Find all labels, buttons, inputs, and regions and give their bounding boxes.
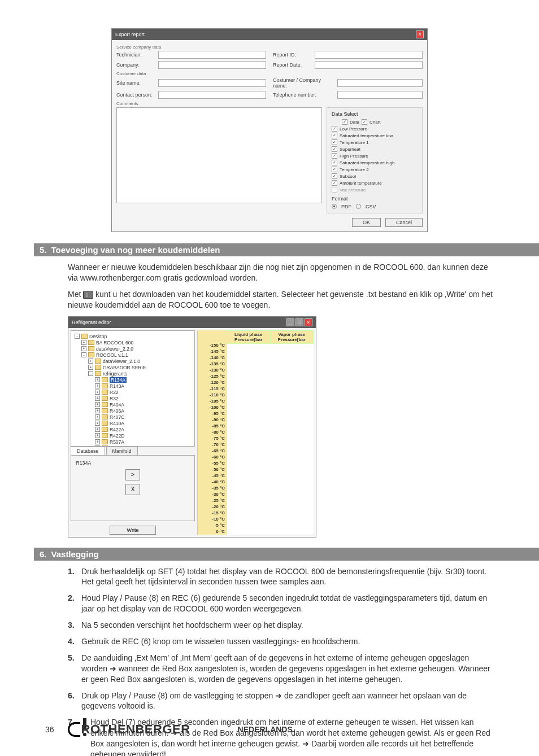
- folder-tree[interactable]: -Desktop +BA ROCOOL 600 +dataViewer_2.2.…: [71, 330, 195, 447]
- tab-database[interactable]: Database: [71, 447, 105, 455]
- tree-item-selected[interactable]: R134A: [110, 377, 127, 383]
- temp-cell: -120 °C: [198, 380, 227, 386]
- section5-paragraph2: Met kunt u het downloaden van het koudem…: [68, 289, 494, 311]
- folder-icon: [102, 414, 108, 419]
- temp-cell: -50 °C: [198, 467, 227, 473]
- temperature-column: -150 °C-145 °C-140 °C-135 °C-130 °C-125 …: [198, 330, 227, 535]
- technician-label: Technician:: [116, 52, 156, 58]
- temp1-checkbox[interactable]: [332, 139, 337, 145]
- data-select-title: Data Select: [332, 111, 418, 117]
- costumer-company-input[interactable]: [337, 79, 423, 87]
- telephone-input[interactable]: [337, 91, 423, 99]
- comments-textarea[interactable]: [116, 107, 322, 203]
- temp-cell: -65 °C: [198, 448, 227, 455]
- report-id-input[interactable]: [315, 51, 423, 59]
- temp-cell: -145 °C: [198, 349, 227, 355]
- dialog-titlebar: Refrigerant editor _ □ ×: [68, 317, 316, 328]
- page-number: 36: [45, 725, 54, 734]
- close-icon[interactable]: ×: [305, 318, 312, 326]
- language-label: NEDERLANDS: [238, 725, 293, 734]
- tab-manifold[interactable]: Manifold: [106, 447, 138, 455]
- list-item: 5.De aanduiding ‚Ext Mem' of ‚Int Mem' g…: [68, 653, 494, 685]
- contact-input[interactable]: [158, 91, 266, 99]
- ok-button[interactable]: OK: [352, 218, 381, 227]
- temp-cell: -110 °C: [198, 392, 227, 399]
- temp-cell: -105 °C: [198, 399, 227, 405]
- folder-icon: [102, 390, 108, 395]
- temp-cell: -30 °C: [198, 492, 227, 498]
- subcool-checkbox[interactable]: [332, 173, 337, 179]
- temp-cell: -45 °C: [198, 473, 227, 479]
- pressure-data-grid[interactable]: [227, 344, 314, 535]
- list-item: 3.Na 5 seconden verschijnt het hoofdsche…: [68, 620, 494, 631]
- page-footer: 36 ROTHENBERGER NEDERLANDS: [45, 722, 494, 737]
- move-right-button[interactable]: >: [125, 469, 140, 480]
- temp-cell: -115 °C: [198, 386, 227, 392]
- export-report-dialog: Export report × Service company data Tec…: [111, 28, 428, 232]
- folder-icon: [102, 421, 108, 426]
- site-name-input[interactable]: [158, 79, 266, 87]
- folder-icon: [95, 371, 101, 376]
- liquid-phase-header: Liquid phasePressure[bar: [227, 330, 271, 344]
- folder-icon: [102, 377, 108, 382]
- contact-label: Contact person:: [116, 92, 156, 98]
- temp-cell: -130 °C: [198, 368, 227, 374]
- data-select-panel: Data Select Data Chart Low Pressure Satu…: [327, 107, 423, 213]
- section-5-header: 5.Toevoeging van nog meer koudemiddelen: [34, 243, 539, 256]
- brand-logo: ROTHENBERGER: [68, 722, 190, 737]
- list-item: 6.Druk op Play / Pause (8) om de vastleg…: [68, 691, 494, 712]
- service-company-group-label: Service company data: [116, 45, 423, 50]
- folder-icon: [88, 340, 94, 345]
- report-date-input[interactable]: [315, 61, 423, 69]
- temp-cell: -75 °C: [198, 436, 227, 442]
- temp-cell: -10 °C: [198, 517, 227, 523]
- telephone-label: Telephone number:: [273, 92, 335, 98]
- company-input[interactable]: [158, 61, 266, 69]
- chart-checkbox[interactable]: [362, 119, 367, 125]
- maximize-icon[interactable]: □: [295, 318, 303, 326]
- comments-label: Comments: [116, 101, 423, 106]
- section-6-header: 6.Vastlegging: [34, 548, 539, 561]
- folder-icon: [102, 408, 108, 413]
- site-name-label: Site name:: [116, 80, 156, 86]
- cancel-button[interactable]: Cancel: [385, 218, 423, 227]
- dialog-title: Refrigerant editor: [72, 320, 111, 325]
- folder-icon: [102, 402, 108, 407]
- minimize-icon[interactable]: _: [286, 318, 294, 326]
- temp-cell: -150 °C: [198, 343, 227, 349]
- remove-button[interactable]: X: [125, 484, 140, 495]
- temp-cell: -100 °C: [198, 405, 227, 411]
- write-button[interactable]: Write: [110, 526, 157, 535]
- sat-temp-high-checkbox[interactable]: [332, 160, 337, 165]
- temp-cell: -40 °C: [198, 479, 227, 486]
- low-pressure-checkbox[interactable]: [332, 126, 337, 132]
- superheat-checkbox[interactable]: [332, 146, 337, 152]
- temp-cell: -70 °C: [198, 442, 227, 448]
- sat-temp-low-checkbox[interactable]: [332, 133, 337, 138]
- format-label: Format: [332, 196, 418, 202]
- temp-cell: 0 °C: [198, 529, 227, 535]
- pdf-radio[interactable]: [332, 204, 337, 209]
- ambient-temp-checkbox[interactable]: [332, 180, 337, 186]
- csv-radio[interactable]: [356, 204, 361, 209]
- high-pressure-checkbox[interactable]: [332, 153, 337, 159]
- folder-icon: [102, 396, 108, 401]
- temp2-checkbox[interactable]: [332, 167, 337, 172]
- temp-cell: -55 °C: [198, 461, 227, 467]
- database-panel: R134A > X: [71, 456, 195, 521]
- company-label: Company:: [116, 62, 156, 68]
- folder-icon: [102, 439, 108, 444]
- temp-cell: -60 °C: [198, 455, 227, 461]
- close-icon[interactable]: ×: [416, 30, 424, 38]
- folder-icon: [102, 433, 108, 438]
- vapor-phase-header: Vapor phasePressure[bar: [271, 330, 314, 344]
- folder-icon: [95, 365, 101, 370]
- report-date-label: Report Date:: [273, 62, 312, 68]
- temp-cell: -25 °C: [198, 498, 227, 504]
- temp-cell: -20 °C: [198, 504, 227, 510]
- temp-cell: -140 °C: [198, 355, 227, 361]
- data-checkbox[interactable]: [342, 119, 347, 125]
- temp-cell: -95 °C: [198, 411, 227, 417]
- technician-input[interactable]: [158, 51, 266, 59]
- temp-cell: -90 °C: [198, 417, 227, 423]
